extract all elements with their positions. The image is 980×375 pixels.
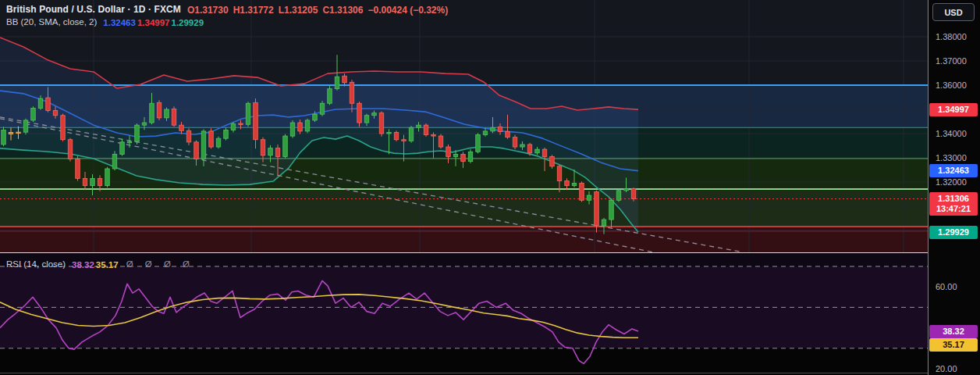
candle-body <box>357 103 362 123</box>
candle-body <box>431 135 436 137</box>
candle-body <box>491 127 495 131</box>
candle-body <box>350 82 354 103</box>
candle-body <box>16 132 21 134</box>
candle-body <box>23 120 28 132</box>
candle-body <box>409 127 414 141</box>
candle-body <box>387 132 392 134</box>
price-label-badge: 1.29929 <box>929 226 978 239</box>
candle-body <box>290 123 295 136</box>
candle-body <box>587 195 591 200</box>
candle-body <box>631 188 636 198</box>
candle-body <box>254 102 258 139</box>
candle-body <box>468 152 473 161</box>
candle-body <box>424 125 428 134</box>
bar-countdown: 13:47:21 <box>936 204 971 214</box>
candle-body <box>513 138 517 147</box>
candle-body <box>172 109 176 125</box>
price-label-badge: 1.34997 <box>929 103 978 116</box>
candle-body <box>602 220 606 226</box>
candle-body <box>624 188 629 190</box>
candle-body <box>343 76 347 83</box>
candle-body <box>91 178 95 185</box>
candle-body <box>364 116 369 123</box>
candle-body <box>506 132 510 138</box>
candle-body <box>527 145 532 153</box>
candle-body <box>417 125 421 127</box>
rsi-label-badge: 38.32 <box>929 325 978 338</box>
price-tick: 1.33000 <box>936 153 967 162</box>
candle-body <box>157 102 162 118</box>
candle-body <box>483 131 488 135</box>
candle-body <box>105 169 110 186</box>
candle-body <box>68 140 73 159</box>
price-tick: 1.32000 <box>936 177 967 187</box>
price-label-badge: 1.32463 <box>929 164 978 177</box>
candle-body <box>298 123 303 131</box>
candle-body <box>394 132 399 139</box>
candle-body <box>439 136 443 147</box>
candle-body <box>61 116 66 140</box>
candle-body <box>165 109 169 118</box>
candle-body <box>520 145 525 147</box>
price-tick: 1.37000 <box>936 56 967 66</box>
candle-body <box>83 178 87 185</box>
candle-body <box>216 138 221 147</box>
candle-body <box>98 178 102 185</box>
candle-body <box>135 125 140 141</box>
candle-body <box>557 166 562 181</box>
candle-body <box>179 125 184 130</box>
candle-body <box>194 142 199 159</box>
candle-body <box>268 148 273 155</box>
candle-body <box>112 154 117 169</box>
candle-body <box>150 103 154 123</box>
candle-body <box>231 124 236 130</box>
candle-body <box>580 184 584 201</box>
currency-button[interactable]: USD <box>932 3 975 21</box>
candle-body <box>53 111 58 116</box>
candle-body <box>305 120 310 131</box>
candle-body <box>476 135 481 152</box>
candle-body <box>461 154 466 161</box>
tradingview-chart-window: British Pound / U.S. Dollar · 1D · FXCM … <box>0 0 980 375</box>
rsi-tick: 20.00 <box>936 364 957 373</box>
candle-body <box>209 131 214 147</box>
candle-body <box>572 184 577 186</box>
candle-body <box>446 147 451 156</box>
candle-body <box>46 98 51 110</box>
candle-body <box>542 149 547 156</box>
candle-body <box>186 130 191 142</box>
candle-body <box>2 130 6 145</box>
candle-body <box>76 159 80 179</box>
candle-body <box>535 149 540 153</box>
candle-body <box>402 140 407 141</box>
candle-body <box>38 98 43 108</box>
price-scale[interactable]: USD 1.380001.370001.360001.350001.340001… <box>929 0 980 375</box>
candle-body <box>224 130 229 138</box>
price-chart-canvas[interactable] <box>0 0 929 375</box>
candle-body <box>565 180 570 185</box>
candle-body <box>313 114 318 120</box>
price-tick: 1.38000 <box>936 32 967 41</box>
candle-body <box>328 89 332 104</box>
candle-body <box>595 191 599 225</box>
candle-body <box>9 132 13 134</box>
candle-body <box>335 77 339 89</box>
candle-body <box>120 142 125 155</box>
rsi-tick: 60.00 <box>936 282 957 291</box>
candle-body <box>453 154 458 156</box>
candle-body <box>275 148 280 157</box>
candle-body <box>127 141 132 143</box>
candle-body <box>246 103 250 124</box>
candle-body <box>498 127 502 131</box>
candle-body <box>616 191 621 200</box>
rsi-label-badge: 35.17 <box>929 338 978 352</box>
price-tick: 1.36000 <box>936 80 967 90</box>
candle-body <box>142 123 147 125</box>
price-label-badge: 1.3130613:47:21 <box>929 192 978 216</box>
candle-body <box>31 108 36 120</box>
price-tick: 1.34000 <box>936 129 967 138</box>
candle-body <box>320 103 325 114</box>
currency-button-label: USD <box>944 8 962 17</box>
candle-body <box>261 140 265 155</box>
candle-body <box>239 123 243 125</box>
